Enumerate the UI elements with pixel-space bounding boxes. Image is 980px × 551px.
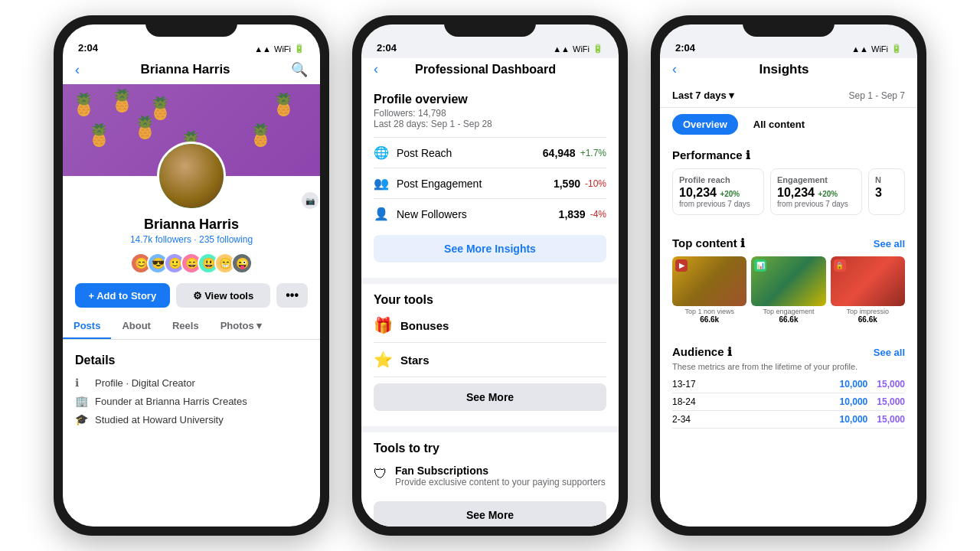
more-options-button[interactable]: ••• [276,283,308,308]
profile-reach-value: 10,234 +20% [679,186,757,200]
detail-text-1: Profile · Digital Creator [95,377,195,389]
tab-posts[interactable]: Posts [63,314,111,339]
aud-val-blue-1: 10,000 [840,379,868,390]
building-icon: 🏢 [75,395,89,407]
your-tools-section: Your tools 🎁 Bonuses ⭐ Stars See More [361,284,619,426]
performance-section: Performance ℹ Profile reach 10,234 +20% … [660,141,917,223]
audience-header: Audience ℹ See all [672,345,905,359]
view-tools-button[interactable]: ⚙ View tools [176,283,271,308]
tools-to-try-title: Tools to try [374,442,606,455]
new-followers-value: 1,839 [559,208,586,220]
tab-overview[interactable]: Overview [672,114,738,135]
shield-icon: 🛡 [374,466,387,482]
audience-section: Audience ℹ See all These metrics are fro… [660,337,917,436]
thumb-label-2: Top engagement [751,308,825,315]
audience-row-2: 18-24 10,000 15,000 [672,393,905,411]
details-title: Details [75,354,308,367]
tab-reels[interactable]: Reels [162,314,210,339]
aud-val-purple-2: 15,000 [877,396,905,407]
filter-row: Last 7 days ▾ Sep 1 - Sep 7 [660,83,917,108]
n-card: N 3 [868,168,905,215]
fan-sub-desc: Provide exclusive content to your paying… [395,477,606,487]
back-arrow-3[interactable]: ‹ [672,61,677,77]
top-content-section: Top content ℹ See all ▶ Top 1 non views … [660,229,917,331]
see-more-try-button[interactable]: See More [374,501,606,527]
filter-date: Sep 1 - Sep 7 [849,90,905,101]
tool-bonuses-row[interactable]: 🎁 Bonuses [374,308,606,343]
pineapple-5: 🍍 [132,115,158,140]
post-reach-value: 64,948 [543,147,576,159]
pineapple-2: 🍍 [109,88,136,113]
add-to-story-button[interactable]: + Add to Story [75,283,170,308]
search-icon-1[interactable]: 🔍 [291,61,308,78]
thumb-1[interactable]: ▶ Top 1 non views 66.6k [672,256,746,324]
post-reach-label: Post Reach [397,147,543,159]
audience-see-all[interactable]: See all [874,347,905,358]
post-engagement-change: -10% [585,178,606,189]
post-reach-change: +1.7% [580,148,606,158]
view-tabs: Overview All content [660,108,917,141]
followers-count: 14.7k followers [130,234,191,245]
status-icons-2: ▲▲ WiFi 🔋 [553,44,603,54]
back-arrow-2[interactable]: ‹ [374,61,378,77]
avatar-face [159,144,224,208]
tab-all-content[interactable]: All content [743,114,815,135]
friends-avatars-row: 😊 😎 🙂 😄 😃 😁 😜 [63,248,320,279]
performance-grid: Profile reach 10,234 +20% from previous … [672,168,905,215]
phone3-title: Insights [759,62,808,77]
info-icon: ℹ [75,377,89,389]
audience-title: Audience ℹ [672,345,732,359]
aud-val-blue-3: 10,000 [840,414,868,425]
thumb-3[interactable]: 🔒 Top impressio 66.6k [831,256,905,324]
tool-stars-row[interactable]: ⭐ Stars [374,343,606,377]
fan-subscriptions-row[interactable]: 🛡 Fan Subscriptions Provide exclusive co… [374,457,606,495]
age-range-2: 18-24 [672,396,696,407]
new-followers-change: -4% [590,209,606,220]
thumb-value-1: 66.6k [672,315,746,324]
profile-stats: 14.7k followers · 235 following [75,234,308,245]
notch-1 [145,15,237,37]
aud-values-3: 10,000 15,000 [840,414,905,425]
status-time-3: 2:04 [675,42,695,54]
engagement-card: Engagement 10,234 +20% from previous 7 d… [770,168,862,215]
phone2-title: Professional Dashboard [415,63,556,77]
avatar-container: 📷 [63,142,320,210]
thumb-badge-1: ▶ [675,259,688,272]
detail-row-1: ℹ Profile · Digital Creator [75,373,308,392]
status-time-2: 2:04 [377,42,397,54]
phone-dashboard: 2:04 ▲▲ WiFi 🔋 ‹ Professional Dashboard … [352,15,628,536]
see-more-tools-button[interactable]: See More [374,383,606,411]
post-engagement-label: Post Engagement [397,178,554,190]
thumb-value-3: 66.6k [831,315,905,324]
action-buttons: + Add to Story ⚙ View tools ••• [63,279,320,314]
tool-stars-label: Stars [400,354,430,367]
thumb-2[interactable]: 📊 Top engagement 66.6k [751,256,825,324]
status-icons-1: ▲▲ WiFi 🔋 [254,44,305,54]
tab-about[interactable]: About [111,314,162,339]
school-icon: 🎓 [75,413,89,425]
gift-icon: 🎁 [374,316,393,334]
performance-title: Performance ℹ [672,148,905,162]
filter-days-button[interactable]: Last 7 days ▾ [672,90,734,101]
your-tools-title: Your tools [374,293,606,307]
aud-values-2: 10,000 15,000 [840,396,905,407]
thumb-label-1: Top 1 non views [672,308,746,315]
thumb-img-1: ▶ [672,256,746,306]
content-thumbnails: ▶ Top 1 non views 66.6k 📊 Top engagement… [672,256,905,324]
phone2-navbar: ‹ Professional Dashboard [361,58,619,83]
n-label: N [875,175,898,184]
status-icons-3: ▲▲ WiFi 🔋 [851,44,902,54]
back-arrow-1[interactable]: ‹ [75,62,80,78]
see-all-link[interactable]: See all [874,238,905,249]
camera-badge[interactable]: 📷 [302,192,318,209]
details-section: Details ℹ Profile · Digital Creator 🏢 Fo… [63,346,320,436]
profile-tabs: Posts About Reels Photos ▾ [63,314,320,340]
see-more-insights-link[interactable]: See More Insights [374,235,606,262]
thumb-value-2: 66.6k [751,315,825,324]
aud-val-purple-1: 15,000 [877,379,905,390]
tab-photos[interactable]: Photos ▾ [210,314,273,339]
new-followers-row: 👤 New Followers 1,839 -4% [374,198,606,229]
profile-reach-label: Profile reach [679,175,757,184]
aud-val-blue-2: 10,000 [840,396,868,407]
engagement-value: 10,234 +20% [777,186,855,200]
